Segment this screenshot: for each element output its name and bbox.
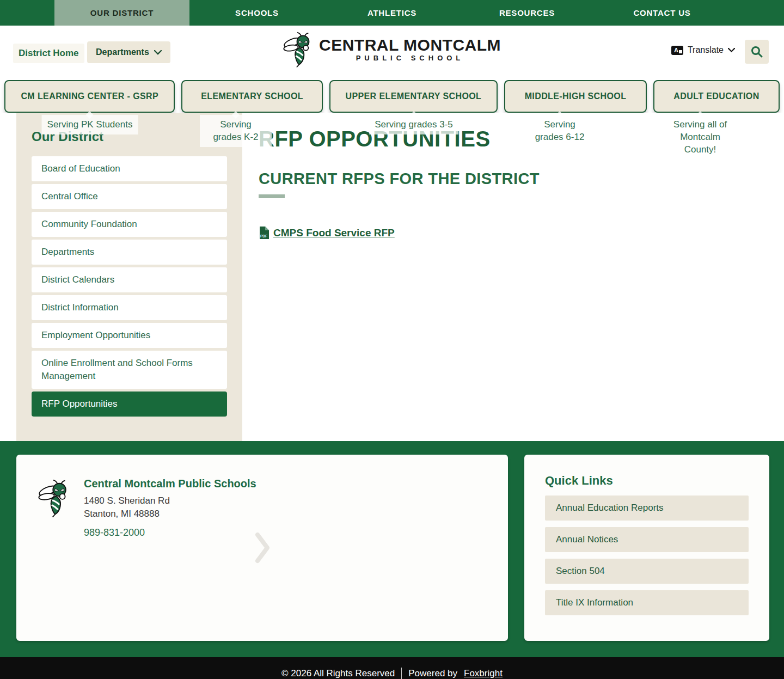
school-button-adult-education[interactable]: ADULT EDUCATION xyxy=(653,80,780,113)
nav-item-contact-us[interactable]: CONTACT US xyxy=(595,0,730,26)
sidebar-item-employment-opportunities[interactable]: Employment Opportunities xyxy=(32,323,227,348)
school-button-middle-high[interactable]: MIDDLE-HIGH SCHOOL xyxy=(504,80,647,113)
rfp-document-link[interactable]: CMPS Food Service RFP xyxy=(273,227,395,239)
sidebar-item-board-of-education[interactable]: Board of Education xyxy=(32,156,227,181)
nav-item-schools[interactable]: SCHOOLS xyxy=(189,0,324,26)
pdf-link-row: PDF CMPS Food Service RFP xyxy=(259,227,762,239)
sidebar-menu: Board of Education Central Office Commun… xyxy=(32,156,227,417)
nav-item-our-district[interactable]: OUR DISTRICT xyxy=(54,0,189,26)
nav-item-resources[interactable]: RESOURCES xyxy=(460,0,595,26)
school-buttons-row: CM LEARNING CENTER - GSRP ELEMENTARY SCH… xyxy=(0,80,784,113)
search-button[interactable] xyxy=(745,40,769,64)
school-subtitle-elementary: Serving grades K-2 xyxy=(200,115,272,147)
quick-links-card: Quick Links Annual Education Reports Ann… xyxy=(524,455,769,641)
chevron-down-icon xyxy=(728,48,735,52)
foxbright-link[interactable]: Foxbright xyxy=(464,668,503,679)
svg-text:PDF: PDF xyxy=(260,234,267,238)
hornet-mascot-icon xyxy=(283,30,315,69)
district-home-link[interactable]: District Home xyxy=(13,44,84,63)
pdf-file-icon: PDF xyxy=(259,227,269,239)
translate-icon: A xyxy=(671,46,683,55)
sidebar-item-online-enrollment[interactable]: Online Enrollment and School Forms Manag… xyxy=(32,351,227,389)
nav-item-athletics[interactable]: ATHLETICS xyxy=(324,0,460,26)
translate-button[interactable]: A Translate xyxy=(671,45,735,55)
logo-wordmark: CENTRAL MONTCALM PUBLIC SCHOOL xyxy=(319,36,501,63)
school-subtitle-middle-high: Serving grades 6-12 xyxy=(524,115,596,147)
chevron-down-icon xyxy=(154,50,162,55)
school-subtitle-adult-education: Serving all of Montcalm County! xyxy=(666,115,734,160)
powered-by-text: Powered by xyxy=(408,668,457,679)
heading-accent-bar xyxy=(259,194,285,198)
departments-dropdown-label: Departments xyxy=(96,47,149,57)
svg-text:A: A xyxy=(674,47,678,53)
page-content: RFP Opportunities Current RFPs for the D… xyxy=(242,113,784,441)
site-logo[interactable]: CENTRAL MONTCALM PUBLIC SCHOOL xyxy=(283,30,501,69)
carousel-next-button[interactable] xyxy=(255,532,270,564)
footer-org-name: Central Montcalm Public Schools xyxy=(84,478,256,490)
main-section: Our District Board of Education Central … xyxy=(0,113,784,441)
footer-address-line2: Stanton, MI 48888 xyxy=(84,507,256,521)
quick-link-section-504[interactable]: Section 504 xyxy=(545,559,749,584)
translate-label: Translate xyxy=(688,45,724,55)
sidebar-item-rfp-opportunities[interactable]: RFP Opportunities xyxy=(32,392,227,417)
divider xyxy=(401,668,402,679)
school-subtitle-upper-elementary: Serving grades 3-5 xyxy=(369,115,458,134)
logo-title: CENTRAL MONTCALM xyxy=(319,36,501,54)
search-icon xyxy=(751,46,763,58)
sidebar-item-district-information[interactable]: District Information xyxy=(32,295,227,320)
bottom-bar: © 2026 All Rights Reserved Powered by Fo… xyxy=(0,657,784,679)
school-button-cm-learning-center[interactable]: CM LEARNING CENTER - GSRP xyxy=(4,80,175,113)
footer-address-card: Central Montcalm Public Schools 1480 S. … xyxy=(16,455,508,641)
site-header: District Home Departments CENTRAL MONTCA… xyxy=(0,26,784,80)
sidebar-item-departments[interactable]: Departments xyxy=(32,240,227,265)
sidebar-item-central-office[interactable]: Central Office xyxy=(32,184,227,209)
top-navigation: OUR DISTRICT SCHOOLS ATHLETICS RESOURCES… xyxy=(0,0,784,26)
hornet-mascot-icon xyxy=(38,478,72,519)
quick-link-title-ix[interactable]: Title IX Information xyxy=(545,590,749,615)
school-subtitle-cm-learning-center: Serving PK Students xyxy=(42,115,138,134)
school-button-elementary[interactable]: ELEMENTARY SCHOOL xyxy=(181,80,322,113)
copyright-text: © 2026 All Rights Reserved xyxy=(281,668,395,679)
footer-address-block: Central Montcalm Public Schools 1480 S. … xyxy=(84,478,256,618)
logo-subtitle: PUBLIC SCHOOL xyxy=(319,54,501,63)
sidebar-item-community-foundation[interactable]: Community Foundation xyxy=(32,212,227,237)
sidebar-item-district-calendars[interactable]: District Calendars xyxy=(32,267,227,292)
quick-link-annual-education-reports[interactable]: Annual Education Reports xyxy=(545,496,749,521)
school-button-upper-elementary[interactable]: UPPER ELEMENTARY SCHOOL xyxy=(329,80,498,113)
quick-links-title: Quick Links xyxy=(545,474,749,488)
footer-phone-link[interactable]: 989-831-2000 xyxy=(84,527,145,539)
chevron-right-icon xyxy=(255,532,270,564)
copyright-row: © 2026 All Rights Reserved Powered by Fo… xyxy=(281,668,503,679)
footer-address-line1: 1480 S. Sheridan Rd xyxy=(84,494,256,507)
section-heading: Current RFPs for the District xyxy=(259,170,762,188)
sidebar-our-district: Our District Board of Education Central … xyxy=(16,113,242,441)
quick-link-annual-notices[interactable]: Annual Notices xyxy=(545,527,749,552)
site-footer: Central Montcalm Public Schools 1480 S. … xyxy=(0,441,784,657)
departments-dropdown[interactable]: Departments xyxy=(87,41,170,63)
